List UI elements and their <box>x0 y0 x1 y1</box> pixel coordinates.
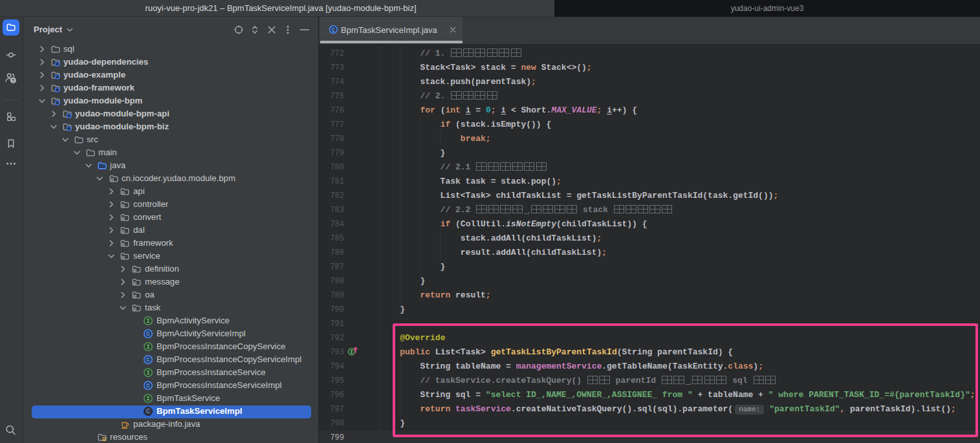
svg-text:C: C <box>332 27 336 34</box>
svg-text:I: I <box>350 349 353 356</box>
